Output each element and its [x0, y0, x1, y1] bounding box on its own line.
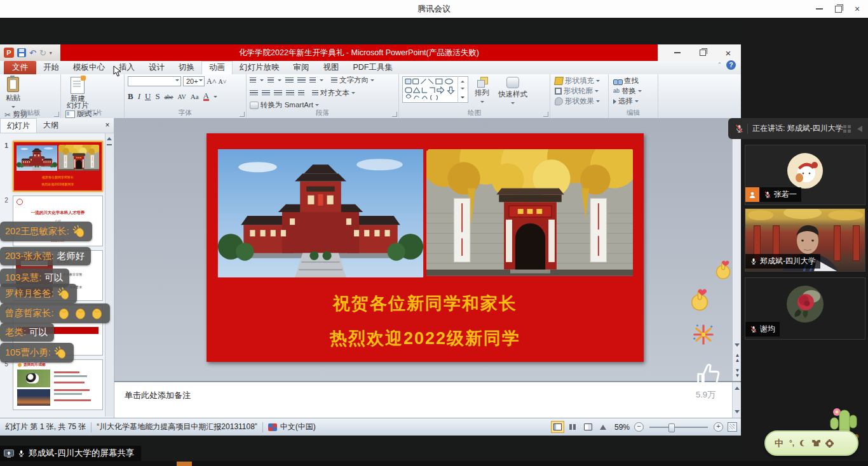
minimize-button[interactable]	[810, 0, 829, 18]
fit-to-window-button[interactable]	[728, 422, 737, 432]
tab-outline[interactable]: 大纲	[37, 118, 65, 133]
bold-button[interactable]: B	[128, 91, 133, 102]
shapes-gallery[interactable]	[402, 76, 468, 103]
notes-pane[interactable]: 单击此处添加备注	[114, 381, 741, 418]
expand-arrow-icon[interactable]	[855, 124, 864, 133]
notes-scrollbar[interactable]	[732, 382, 741, 418]
shape-fill-button[interactable]: 形状填充	[555, 77, 600, 85]
grow-font-button[interactable]: A˄	[207, 77, 216, 86]
select-button[interactable]: 选择	[613, 97, 642, 105]
slide-thumbnail-5[interactable]: 5 选择四川/成都	[0, 359, 113, 410]
character-spacing-button[interactable]: AV	[178, 93, 186, 100]
tab-animations[interactable]: 动画	[201, 61, 233, 74]
maximize-button[interactable]	[829, 0, 848, 18]
scroll-down-button[interactable]	[733, 342, 742, 351]
tab-review[interactable]: 审阅	[287, 61, 316, 74]
ime-language-mode[interactable]: 中	[775, 439, 783, 448]
font-size-combobox[interactable]: 20+	[183, 76, 205, 86]
align-center-icon[interactable]	[262, 90, 270, 97]
tab-template-center[interactable]: 模板中心	[66, 61, 112, 74]
ime-punctuation-icon[interactable]: °,	[789, 439, 794, 447]
tab-transitions[interactable]: 切换	[172, 61, 201, 74]
change-case-button[interactable]: Aa	[191, 93, 199, 100]
zoom-in-button[interactable]: +	[714, 422, 723, 432]
dialog-launcher-icon[interactable]	[240, 112, 245, 117]
zoom-out-button[interactable]: −	[634, 422, 644, 432]
next-slide-button[interactable]: ▼▼	[733, 368, 742, 378]
slide-sorter-button[interactable]	[566, 421, 580, 433]
slide-thumbnail-1[interactable]: 1 祝贺各位新同学和家长 热烈欢迎2022级新同学	[0, 141, 113, 192]
shadow-button[interactable]: S	[155, 91, 159, 102]
reading-view-button[interactable]	[581, 421, 595, 433]
ppt-minimize-button[interactable]	[665, 44, 690, 61]
shape-outline-button[interactable]: 形状轮廓	[555, 87, 600, 95]
italic-button[interactable]: I	[138, 91, 140, 102]
close-panel-button[interactable]: ×	[101, 118, 114, 133]
justify-icon[interactable]	[286, 90, 294, 97]
participant-tile[interactable]: 谢均	[745, 277, 865, 340]
ime-skin-icon[interactable]	[812, 440, 820, 446]
tab-pdf-tools[interactable]: PDF工具集	[346, 61, 400, 74]
decrease-indent-icon[interactable]	[285, 77, 294, 84]
increase-indent-icon[interactable]	[297, 77, 306, 84]
tab-file[interactable]: 文件	[4, 61, 36, 74]
arrange-button[interactable]: 排列	[472, 76, 492, 105]
undo-button[interactable]: ↶	[29, 49, 36, 57]
collapse-ribbon-icon[interactable]: ⌃	[717, 62, 722, 68]
text-direction-button[interactable]: 文字方向	[331, 76, 374, 84]
layout-grid-icon[interactable]	[843, 124, 851, 133]
current-slide[interactable]: 祝贺各位新同学和家长 热烈欢迎2022级新同学	[207, 133, 644, 362]
normal-view-button[interactable]	[551, 421, 564, 433]
dialog-launcher-icon[interactable]	[543, 112, 548, 117]
find-button[interactable]: 查找	[613, 77, 642, 85]
tab-slides[interactable]: 幻灯片	[0, 118, 37, 133]
ime-halfwidth-moon-icon[interactable]	[800, 440, 806, 446]
slide-canvas[interactable]: 祝贺各位新同学和家长 热烈欢迎2022级新同学	[114, 118, 732, 381]
align-text-button[interactable]: 对齐文本	[312, 89, 355, 97]
save-button[interactable]	[17, 48, 26, 57]
dialog-launcher-icon[interactable]	[54, 112, 59, 117]
numbering-icon[interactable]	[268, 77, 274, 84]
slideshow-button[interactable]	[597, 421, 610, 433]
taskbar-item[interactable]	[177, 462, 192, 466]
line-spacing-icon[interactable]	[309, 77, 316, 84]
close-button[interactable]: ×	[848, 0, 867, 18]
align-left-icon[interactable]	[250, 90, 258, 97]
replace-button[interactable]: ab替换	[613, 87, 642, 95]
strikethrough-button[interactable]: abe	[165, 93, 173, 100]
shrink-font-button[interactable]: A˅	[218, 78, 226, 85]
participant-tile[interactable]: 张若一	[745, 145, 865, 205]
notes-placeholder[interactable]: 单击此处添加备注	[125, 390, 191, 401]
columns-icon[interactable]	[298, 90, 304, 97]
tab-view[interactable]: 视图	[316, 61, 346, 74]
participant-tile[interactable]: 郑成斌-四川大学	[745, 208, 865, 272]
main-scrollbar[interactable]: ▲▲ ▼▼	[732, 118, 741, 381]
align-right-icon[interactable]	[274, 90, 282, 97]
zoom-slider[interactable]	[649, 427, 708, 428]
help-button[interactable]: ?	[726, 60, 736, 70]
tab-slideshow[interactable]: 幻灯片放映	[233, 61, 287, 74]
ime-settings-gear-icon[interactable]	[826, 440, 833, 447]
language-label[interactable]: 中文(中国)	[280, 422, 316, 432]
paste-button[interactable]: 粘贴	[3, 76, 23, 110]
quick-styles-button[interactable]: 快速样式	[496, 76, 530, 107]
qat-dropdown-icon[interactable]: ▾	[50, 50, 52, 56]
zoom-slider-handle[interactable]	[668, 423, 675, 432]
powerpoint-app-icon[interactable]: P	[4, 48, 14, 58]
gallery-scroll[interactable]	[458, 76, 466, 103]
tab-home[interactable]: 开始	[36, 61, 66, 74]
ppt-restore-button[interactable]	[690, 44, 715, 61]
panel-scrollbar[interactable]	[105, 133, 113, 416]
chevron-down-icon[interactable]	[214, 96, 217, 100]
bullets-icon[interactable]	[250, 77, 256, 84]
dialog-launcher-icon[interactable]	[392, 112, 397, 117]
muted-mic-icon[interactable]	[735, 124, 744, 133]
redo-button[interactable]: ↻	[39, 49, 46, 57]
tab-design[interactable]: 设计	[142, 61, 172, 74]
font-name-combobox[interactable]	[128, 76, 181, 86]
underline-button[interactable]: U	[145, 91, 151, 102]
ppt-close-button[interactable]: ×	[715, 44, 741, 61]
shape-effects-button[interactable]: 形状效果	[555, 97, 600, 105]
new-slide-button[interactable]: 新建幻灯片	[64, 76, 92, 110]
previous-slide-button[interactable]: ▲▲	[733, 353, 742, 363]
